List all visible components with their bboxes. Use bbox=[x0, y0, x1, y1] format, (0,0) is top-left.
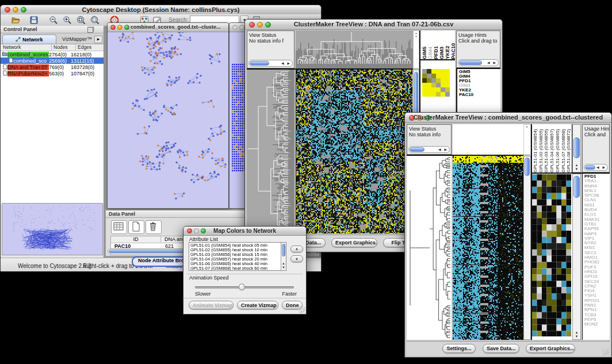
treeview-button[interactable]: Save Data... bbox=[483, 344, 519, 353]
matrix-cell[interactable] bbox=[436, 87, 441, 92]
matrix-cell[interactable] bbox=[431, 92, 436, 97]
network-row[interactable]: combined_sco2569(6)13112(15) bbox=[1, 58, 104, 64]
treeview2-title-bar[interactable]: ClusterMaker TreeView : combined_scores_… bbox=[405, 113, 611, 123]
gene-label[interactable]: RNR4 bbox=[584, 184, 610, 189]
matrix-cell[interactable] bbox=[431, 69, 436, 74]
select-attributes-button[interactable] bbox=[111, 220, 127, 234]
gene-label[interactable]: GIM5 bbox=[459, 70, 500, 74]
matrix-cell[interactable] bbox=[436, 78, 441, 83]
speed-slider-thumb[interactable] bbox=[239, 283, 245, 290]
matrix-cell[interactable] bbox=[427, 87, 431, 92]
gene-label[interactable]: GIM3 bbox=[459, 83, 500, 88]
matrix-cell[interactable] bbox=[445, 78, 450, 83]
matrix-cell[interactable] bbox=[427, 74, 431, 78]
column-label[interactable]: PAC10 bbox=[450, 30, 455, 59]
gene-label[interactable]: CLN1 bbox=[584, 198, 610, 202]
row-dendrogram-canvas[interactable] bbox=[407, 156, 452, 340]
zoom-matrix[interactable] bbox=[422, 69, 450, 97]
attribute-list-vscrollbar[interactable]: ▲▼ bbox=[281, 243, 286, 270]
matrix-cell[interactable] bbox=[427, 78, 431, 83]
gene-label[interactable]: HRD3 bbox=[584, 270, 610, 274]
matrix-cell[interactable] bbox=[431, 74, 436, 78]
treeview-button[interactable]: Export Graphics... bbox=[526, 344, 575, 353]
gene-label[interactable]: YRA1 bbox=[584, 179, 610, 183]
matrix-cell[interactable] bbox=[441, 74, 445, 78]
zoom-button[interactable] bbox=[124, 25, 129, 30]
open-session-icon[interactable] bbox=[11, 16, 20, 25]
matrix-cell[interactable] bbox=[445, 87, 450, 92]
gene-label[interactable]: MSL1 bbox=[584, 189, 610, 193]
column-dendrogram-canvas[interactable] bbox=[296, 30, 413, 68]
gene-label[interactable]: YKE2 bbox=[459, 88, 500, 93]
matrix-cell[interactable] bbox=[441, 92, 445, 97]
matrix-cell[interactable] bbox=[436, 74, 441, 78]
matrix-cell[interactable] bbox=[427, 69, 431, 74]
matrix-cell[interactable] bbox=[441, 69, 445, 74]
minimize-button[interactable] bbox=[239, 25, 244, 30]
create-vizmap-button[interactable]: Create Vizmap bbox=[237, 301, 278, 309]
network-view-canvas[interactable] bbox=[108, 32, 227, 208]
network-overview-canvas[interactable] bbox=[2, 204, 102, 255]
matrix-cell[interactable] bbox=[427, 92, 431, 97]
matrix-cell[interactable] bbox=[445, 69, 450, 74]
zoom-out-icon[interactable] bbox=[49, 16, 58, 25]
gene-label[interactable]: PAN1 bbox=[584, 303, 610, 308]
close-button[interactable] bbox=[232, 25, 238, 30]
matrix-cell[interactable] bbox=[422, 74, 427, 78]
tab-overflow-button[interactable]: ▶ bbox=[94, 36, 102, 43]
array-label[interactable]: GPL51-01 (GSM854) bbox=[533, 124, 538, 173]
column-label[interactable]: GIM4 bbox=[427, 30, 432, 59]
gene-label[interactable]: PUF3 bbox=[584, 265, 610, 270]
gene-label[interactable]: NIS1 bbox=[584, 203, 610, 208]
delete-attribute-button[interactable] bbox=[146, 220, 162, 234]
zoom-fit-icon[interactable] bbox=[90, 16, 100, 25]
row-dendrogram-canvas[interactable] bbox=[247, 70, 294, 233]
gene-label[interactable]: RPN1 bbox=[584, 308, 610, 312]
network-row[interactable]: combined_scores2764(0)16218(0) bbox=[1, 51, 104, 58]
zoom-in-icon[interactable] bbox=[63, 16, 72, 25]
resize-grip[interactable] bbox=[602, 348, 609, 355]
matrix-cell[interactable] bbox=[431, 83, 436, 87]
gene-label[interactable]: SPC98 bbox=[584, 193, 610, 198]
matrix-cell[interactable] bbox=[441, 83, 445, 87]
gene-label[interactable]: BUD4 bbox=[584, 208, 610, 212]
gene-label[interactable]: PHO81 bbox=[584, 260, 610, 265]
matrix-cell[interactable] bbox=[445, 74, 450, 78]
network-row[interactable]: RNAPuberNov2+563(0)107847(0) bbox=[1, 70, 104, 76]
matrix-cell[interactable] bbox=[422, 83, 427, 87]
matrix-cell[interactable] bbox=[422, 78, 427, 83]
column-header-id[interactable]: ID bbox=[111, 236, 161, 243]
treeview1-title-bar[interactable]: ClusterMaker TreeView : DNA and Tran 07-… bbox=[245, 20, 502, 30]
gene-label[interactable]: MAK31 bbox=[584, 217, 610, 222]
heatmap-canvas[interactable] bbox=[453, 156, 523, 340]
heatmap-canvas[interactable] bbox=[296, 70, 412, 233]
float-panel-icon[interactable] bbox=[87, 27, 93, 33]
zoom-heatmap-canvas[interactable] bbox=[532, 174, 571, 336]
attribute-list-item[interactable]: GPL51-07 (GSM868) heat shock 60 min bbox=[190, 266, 286, 271]
array-label[interactable]: GPL51-03 (GSM856) bbox=[544, 124, 549, 173]
tab-vizmapper[interactable]: VizMapper™ bbox=[58, 35, 97, 44]
array-label[interactable]: GPL51-07 (GSM868) bbox=[561, 124, 567, 173]
gene-label[interactable]: MSI1 bbox=[584, 246, 610, 250]
matrix-cell[interactable] bbox=[422, 69, 427, 74]
array-label[interactable]: GPL51-02 (GSM855) bbox=[538, 124, 544, 173]
matrix-cell[interactable] bbox=[427, 83, 431, 87]
matrix-cell[interactable] bbox=[445, 83, 450, 87]
network-overview-panel[interactable] bbox=[2, 203, 103, 255]
matrix-cell[interactable] bbox=[422, 92, 427, 97]
new-attribute-button[interactable] bbox=[128, 220, 144, 234]
column-label[interactable]: GIM5 bbox=[422, 30, 426, 59]
usage-hints-hscrollbar[interactable]: ◀ ▶ bbox=[458, 59, 499, 66]
zoom-heatmap-vscrollbar[interactable]: ▲▼ bbox=[572, 174, 581, 340]
gene-label[interactable]: KAP95 bbox=[584, 227, 610, 231]
resize-grip[interactable] bbox=[299, 306, 305, 313]
view-status-hscrollbar[interactable]: ◀ ▶ bbox=[248, 60, 293, 67]
array-label[interactable]: GPL51-04 (GSM857) bbox=[549, 124, 555, 173]
close-button[interactable] bbox=[110, 25, 116, 30]
gene-label[interactable]: GIM4 bbox=[459, 74, 500, 79]
column-label[interactable]: YKE2 bbox=[445, 30, 449, 59]
gene-label[interactable]: GTB1 bbox=[584, 222, 610, 227]
move-down-button[interactable]: ∨ bbox=[290, 255, 303, 262]
matrix-cell[interactable] bbox=[436, 69, 441, 74]
matrix-cell[interactable] bbox=[441, 87, 445, 92]
